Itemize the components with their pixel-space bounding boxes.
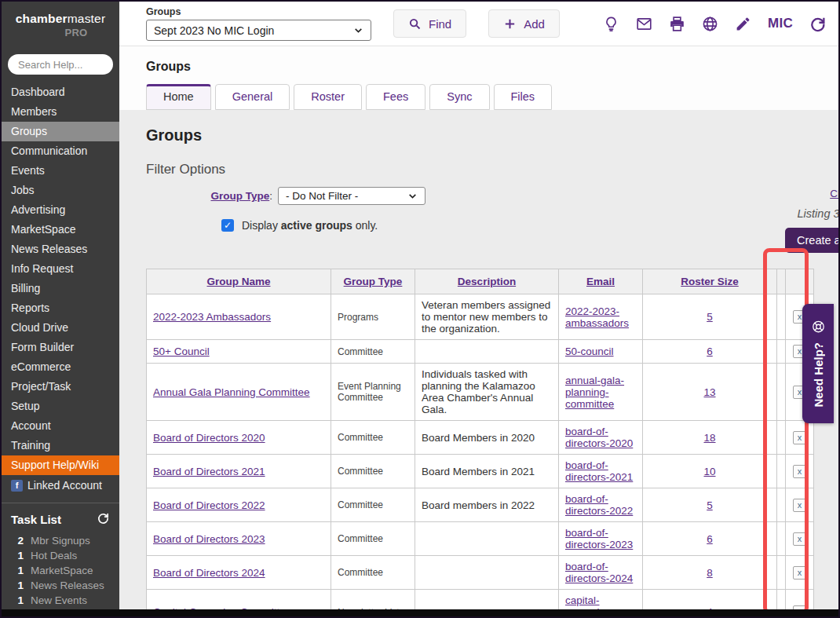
task-list-refresh-icon[interactable] — [97, 511, 110, 527]
plus-icon — [503, 17, 517, 31]
task-list-item-new-events[interactable]: 1New Events — [11, 594, 110, 606]
help-search-input[interactable] — [8, 54, 113, 75]
tab-files[interactable]: Files — [494, 84, 553, 110]
pencil-icon[interactable] — [735, 16, 751, 32]
active-groups-checkbox[interactable]: ✓ — [221, 219, 234, 232]
remove-group-button[interactable]: x — [793, 532, 806, 546]
need-help-tab[interactable]: Need Help? — [802, 304, 834, 423]
task-count: 1 — [11, 594, 24, 606]
create-group-button[interactable]: Create a Group — [785, 228, 840, 253]
tab-roster[interactable]: Roster — [294, 84, 362, 110]
sidebar-item-events[interactable]: Events — [2, 161, 119, 181]
remove-group-button[interactable]: x — [793, 566, 806, 580]
group-name-link[interactable]: 2022-2023 Ambassadors — [153, 311, 271, 323]
printer-icon[interactable] — [669, 16, 685, 32]
sidebar-item-cloud-drive[interactable]: Cloud Drive — [2, 318, 119, 338]
roster-size-link[interactable]: 13 — [703, 386, 715, 398]
task-label: Hot Deals — [31, 550, 77, 561]
filter-options-heading: Filter Options — [146, 162, 838, 177]
group-type-select[interactable]: - Do Not Filter - — [278, 187, 425, 205]
sidebar-item-label: Project/Task — [11, 380, 71, 393]
group-email-link[interactable]: 50-council — [565, 346, 614, 357]
refresh-icon[interactable] — [809, 16, 826, 32]
task-list-item-mbr-signups[interactable]: 2Mbr Signups — [11, 535, 110, 547]
sidebar-item-billing[interactable]: Billing — [2, 279, 119, 298]
task-count: 2 — [11, 535, 24, 547]
find-button[interactable]: Find — [393, 9, 466, 38]
clear-filters-link[interactable]: Clear Filters — [830, 188, 840, 199]
task-list-item-news-releases[interactable]: 1News Releases — [11, 580, 110, 591]
sidebar-item-form-builder[interactable]: Form Builder — [2, 338, 119, 357]
sidebar-item-account[interactable]: Account — [2, 416, 119, 436]
group-name-link[interactable]: Board of Directors 2021 — [153, 466, 265, 477]
globe-icon[interactable] — [702, 16, 718, 32]
column-header-email[interactable]: Email — [559, 269, 643, 294]
group-type-cell: Committee — [338, 346, 383, 357]
tab-fees[interactable]: Fees — [366, 84, 425, 110]
sidebar-item-setup[interactable]: Setup — [2, 397, 119, 416]
remove-group-button[interactable]: x — [793, 431, 806, 444]
column-header-description[interactable]: Description — [415, 269, 559, 294]
column-header-roster-size[interactable]: Roster Size — [643, 269, 777, 294]
sidebar-item-communication[interactable]: Communication — [2, 141, 119, 161]
sidebar-item-support-help-wiki[interactable]: Support Help/Wiki — [2, 455, 119, 475]
roster-size-link[interactable]: 6 — [707, 533, 713, 545]
add-button[interactable]: Add — [488, 9, 560, 38]
table-row: Annual Gala Planning CommitteeEvent Plan… — [147, 364, 814, 421]
sidebar-item-label: Billing — [11, 282, 40, 294]
tab-home[interactable]: Home — [146, 84, 211, 110]
task-label: Mbr Signups — [31, 535, 90, 547]
roster-size-link[interactable]: 18 — [703, 432, 715, 444]
tab-general[interactable]: General — [215, 84, 290, 110]
sidebar-item-dashboard[interactable]: Dashboard — [2, 82, 119, 102]
tab-sync[interactable]: Sync — [429, 84, 489, 110]
top-toolbar: Groups Sept 2023 No MIC Login Find Add M… — [119, 2, 838, 46]
page-header: Groups HomeGeneralRosterFeesSyncFiles — [119, 46, 838, 110]
group-email-link[interactable]: board-of-directors-2021 — [565, 459, 633, 483]
sidebar-item-advertising[interactable]: Advertising — [2, 200, 119, 220]
group-name-link[interactable]: Board of Directors 2020 — [153, 432, 265, 444]
group-name-link[interactable]: 50+ Council — [153, 346, 210, 357]
group-email-link[interactable]: board-of-directors-2024 — [565, 561, 633, 584]
mic-button[interactable]: MIC — [768, 16, 793, 31]
sidebar-item-news-releases[interactable]: News Releases — [2, 240, 119, 259]
table-row: 2022-2023 AmbassadorsProgramsVeteran mem… — [147, 294, 814, 340]
column-header-group-type[interactable]: Group Type — [331, 269, 415, 294]
column-header-group-name[interactable]: Group Name — [147, 269, 331, 294]
sidebar-item-info-request[interactable]: Info Request — [2, 259, 119, 279]
sidebar-item-members[interactable]: Members — [2, 102, 119, 122]
group-email-link[interactable]: board-of-directors-2023 — [565, 527, 633, 550]
sidebar-item-jobs[interactable]: Jobs — [2, 181, 119, 200]
context-select[interactable]: Sept 2023 No MIC Login — [146, 20, 371, 41]
task-list-item-marketspace[interactable]: 1MarketSpace — [11, 565, 110, 576]
sidebar-item-linked-account[interactable]: fLinked Account — [2, 475, 119, 496]
group-email-link[interactable]: board-of-directors-2020 — [565, 426, 633, 449]
group-name-link[interactable]: Board of Directors 2023 — [153, 533, 265, 545]
sidebar-item-marketspace[interactable]: MarketSpace — [2, 220, 119, 240]
sidebar-item-groups[interactable]: Groups — [2, 122, 119, 141]
sidebar-item-reports[interactable]: Reports — [2, 298, 119, 318]
group-email-link[interactable]: 2022-2023-ambassadors — [565, 305, 629, 329]
roster-size-link[interactable]: 8 — [707, 567, 713, 579]
group-name-link[interactable]: Board of Directors 2024 — [153, 567, 265, 579]
group-email-link[interactable]: board-of-directors-2022 — [565, 493, 633, 517]
roster-size-link[interactable]: 6 — [707, 346, 713, 357]
sidebar-item-project-task[interactable]: Project/Task — [2, 377, 119, 397]
roster-size-link[interactable]: 5 — [707, 499, 713, 511]
section-title: Groups — [146, 126, 838, 144]
roster-size-link[interactable]: 5 — [707, 311, 713, 323]
sidebar-item-ecommerce[interactable]: eCommerce — [2, 357, 119, 377]
remove-group-button[interactable]: x — [793, 499, 806, 512]
envelope-icon[interactable] — [636, 16, 652, 32]
task-list-item-hot-deals[interactable]: 1Hot Deals — [11, 550, 110, 561]
group-email-link[interactable]: annual-gala-planning-committee — [565, 375, 624, 410]
table-row: Board of Directors 2021CommitteeBoard Me… — [147, 455, 814, 488]
roster-size-link[interactable]: 10 — [703, 466, 715, 477]
group-name-link[interactable]: Annual Gala Planning Committee — [153, 386, 310, 398]
chevron-down-icon — [353, 25, 363, 35]
life-buoy-icon — [811, 320, 826, 335]
lightbulb-icon[interactable] — [603, 16, 619, 32]
sidebar-item-training[interactable]: Training — [2, 436, 119, 455]
remove-group-button[interactable]: x — [793, 465, 806, 478]
group-name-link[interactable]: Board of Directors 2022 — [153, 499, 265, 511]
